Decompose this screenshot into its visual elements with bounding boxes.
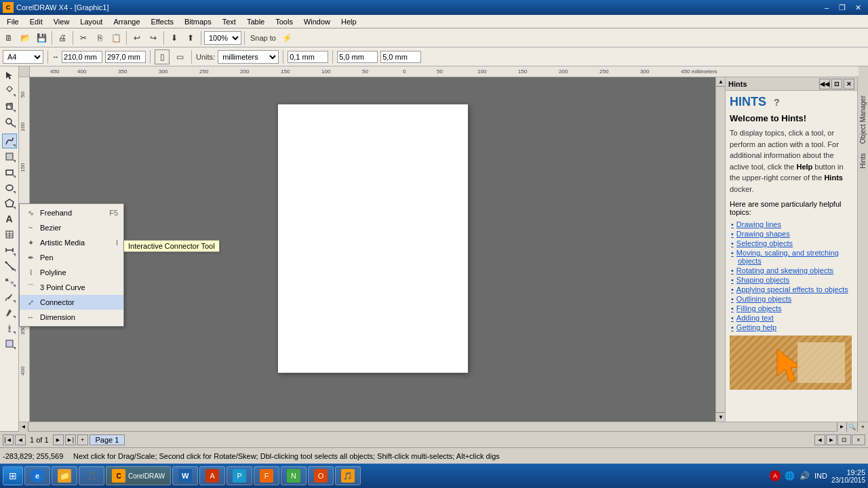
page-1-tab[interactable]: Page 1 <box>90 434 125 445</box>
scroll-left-small[interactable]: ◄ <box>814 434 825 445</box>
hints-link-drawing-shapes[interactable]: Drawing shapes <box>738 230 853 238</box>
hints-link-drawing-lines[interactable]: Drawing lines <box>738 220 853 228</box>
freehand-tool-button[interactable] <box>2 134 17 148</box>
fill-tool-button[interactable] <box>2 321 17 336</box>
ie-taskbar-button[interactable]: e <box>24 466 50 485</box>
polygon-tool-button[interactable] <box>2 196 17 211</box>
menu-item-arrange[interactable]: Arrange <box>108 16 145 27</box>
coreldraw-taskbar-button[interactable]: C CorelDRAW <box>106 466 171 485</box>
outline-pen-button[interactable] <box>2 305 17 320</box>
snap-button[interactable]: ⚡ <box>280 30 295 45</box>
scroll-down-button[interactable]: ▼ <box>716 412 726 422</box>
offset-w-input[interactable] <box>337 51 378 63</box>
crop-tool-button[interactable] <box>2 99 17 114</box>
app10-button[interactable]: 🎵 <box>335 466 361 485</box>
open-button[interactable]: 📂 <box>18 30 33 45</box>
flyout-item-dimension[interactable]: ↔Dimension <box>20 310 123 325</box>
menu-item-bitmaps[interactable]: Bitmaps <box>179 16 217 27</box>
hints-link-special-effects[interactable]: Applying special effects to objects <box>738 285 853 293</box>
scroll-up-button[interactable]: ▲ <box>716 77 726 87</box>
scroll-right-small[interactable]: ► <box>826 434 837 445</box>
landscape-button[interactable]: ▭ <box>172 49 187 64</box>
blend-tool-button[interactable] <box>2 274 17 289</box>
folder-taskbar-button[interactable]: 📁 <box>52 466 77 485</box>
network-icon[interactable]: 🌐 <box>785 470 795 481</box>
copy-button[interactable]: ⎘ <box>92 30 107 45</box>
dimension-tool-button[interactable] <box>2 243 17 258</box>
zoom-fit-button[interactable]: ⊡ <box>837 434 851 445</box>
app7-button[interactable]: F <box>254 466 279 485</box>
zoom-dropdown[interactable]: 100% 75% 50% 150% 200% <box>204 31 241 45</box>
flyout-item-connector[interactable]: ⤢Connector <box>20 295 123 310</box>
flyout-item-bezier[interactable]: ~Bezier <box>20 220 123 235</box>
portrait-button[interactable]: ▯ <box>155 49 170 64</box>
hints-tab[interactable]: Hints <box>857 148 868 174</box>
ellipse-tool-button[interactable] <box>2 180 17 195</box>
hints-link-rotating[interactable]: Rotating and skewing objects <box>738 266 853 274</box>
zoom-in-button[interactable]: + <box>857 422 868 432</box>
flyout-item-pen[interactable]: ✒Pen <box>20 250 123 265</box>
redo-button[interactable]: ↪ <box>146 30 161 45</box>
minimize-button[interactable]: – <box>819 2 834 13</box>
hints-link-adding-text[interactable]: Adding text <box>738 314 853 322</box>
hints-link-filling[interactable]: Filling objects <box>738 304 853 312</box>
flyout-item-freehand[interactable]: ∿FreehandF5 <box>20 205 123 220</box>
restore-button[interactable]: ❐ <box>835 2 850 13</box>
text-tool-button[interactable]: A <box>2 211 17 226</box>
zoom-level-button[interactable]: × <box>852 434 865 445</box>
app5-button[interactable]: A <box>199 466 225 485</box>
width-input[interactable] <box>62 51 102 63</box>
close-button[interactable]: ✕ <box>850 2 865 13</box>
export-button[interactable]: ⬆ <box>183 30 198 45</box>
add-page-button[interactable]: + <box>77 434 88 445</box>
selection-tool-button[interactable] <box>2 68 17 83</box>
app6-button[interactable]: P <box>226 466 252 485</box>
menu-item-file[interactable]: File <box>1 16 24 27</box>
smart-fill-button[interactable] <box>2 149 17 164</box>
hints-link-outlining[interactable]: Outlining objects <box>738 295 853 303</box>
save-button[interactable]: 💾 <box>34 30 49 45</box>
hints-link-getting-help[interactable]: Getting help <box>738 323 853 331</box>
object-manager-tab[interactable]: Object Manager <box>857 91 868 148</box>
prev-page-button[interactable]: ◄ <box>15 434 26 445</box>
hints-close-button[interactable]: ✕ <box>844 79 854 89</box>
hints-expand-button[interactable]: ◀◀ <box>819 79 830 89</box>
nudge-input[interactable] <box>288 51 328 63</box>
offset-h-input[interactable] <box>380 51 421 63</box>
antivirus-icon[interactable]: A <box>770 470 781 481</box>
height-input[interactable] <box>105 51 146 63</box>
transparency-tool-button[interactable] <box>2 336 17 351</box>
hints-detach-button[interactable]: ⊡ <box>831 79 842 89</box>
menu-item-tools[interactable]: Tools <box>270 16 298 27</box>
flyout-item-3-point-curve[interactable]: ⌒3 Point Curve <box>20 280 123 295</box>
vertical-scrollbar[interactable]: ▲ ▼ <box>715 77 725 422</box>
menu-item-table[interactable]: Table <box>241 16 270 27</box>
connector-tool-button[interactable] <box>2 258 17 273</box>
menu-item-layout[interactable]: Layout <box>75 16 108 27</box>
media-player-button[interactable]: 🎵 <box>79 466 104 485</box>
import-button[interactable]: ⬇ <box>167 30 182 45</box>
new-button[interactable]: 🗎 <box>1 30 16 45</box>
first-page-button[interactable]: |◄ <box>3 434 14 445</box>
print-button[interactable]: 🖨 <box>55 30 70 45</box>
cut-button[interactable]: ✂ <box>76 30 91 45</box>
horizontal-scrollbar[interactable]: ◄ ► 🔍 + <box>19 422 868 431</box>
menu-item-window[interactable]: Window <box>298 16 336 27</box>
flyout-item-polyline[interactable]: ⌇Polyline <box>20 265 123 280</box>
start-button[interactable]: ⊞ <box>3 466 23 485</box>
shape-edit-button[interactable] <box>2 83 17 98</box>
scroll-right-button[interactable]: ► <box>837 422 846 432</box>
hints-link-moving-scaling[interactable]: Moving, scaling, and stretching objects <box>738 249 853 265</box>
menu-item-text[interactable]: Text <box>217 16 241 27</box>
flyout-item-artistic-media[interactable]: ✦Artistic MediaI <box>20 235 123 250</box>
speaker-icon[interactable]: 🔊 <box>800 470 810 481</box>
menu-item-help[interactable]: Help <box>336 16 362 27</box>
zoom-out-button[interactable]: 🔍 <box>846 422 857 432</box>
paste-button[interactable]: 📋 <box>108 30 123 45</box>
app8-button[interactable]: N <box>281 466 307 485</box>
scroll-left-button[interactable]: ◄ <box>19 422 28 432</box>
units-select[interactable]: millimeters inches pixels <box>218 50 279 64</box>
undo-button[interactable]: ↩ <box>130 30 144 45</box>
zoom-tool-button[interactable] <box>2 115 17 129</box>
last-page-button[interactable]: ►| <box>65 434 76 445</box>
